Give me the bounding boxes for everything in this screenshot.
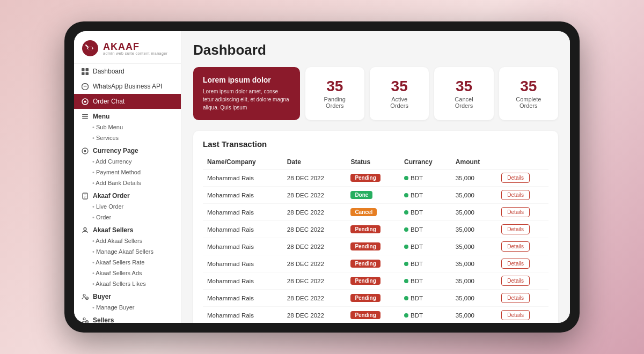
cell-name: Mohammad Rais — [203, 307, 283, 323]
sidebar-item-menu[interactable]: Menu — [74, 109, 181, 122]
stat-number-active: 35 — [391, 79, 408, 94]
currency-dot — [404, 279, 408, 283]
sidebar-sub-order[interactable]: Order — [74, 212, 181, 223]
whatsapp-icon — [82, 83, 89, 90]
sidebar-item-currency-label: Currency Page — [93, 147, 138, 154]
details-button[interactable]: Details — [501, 259, 530, 269]
table-row: Mohammad Rais 28 DEC 2022 Pending BDT 35… — [203, 255, 548, 272]
currency-dot — [404, 262, 408, 266]
sidebar-item-sellers-label: Sellers — [93, 316, 114, 323]
cell-currency: BDT — [400, 272, 451, 290]
sidebar-item-dashboard[interactable]: Dashboard — [74, 64, 181, 79]
cell-name: Mohammad Rais — [203, 204, 283, 221]
table-row: Mohammad Rais 28 DEC 2022 Pending BDT 35… — [203, 272, 548, 290]
currency-dot — [404, 313, 408, 318]
cell-amount: 35,000 — [451, 272, 497, 290]
sidebar-sub-liveorder[interactable]: Live Order — [74, 201, 181, 212]
status-badge: Pending — [350, 260, 380, 268]
svg-rect-9 — [82, 114, 88, 115]
akaafSellers-icon — [82, 227, 89, 234]
hero-card-description: Lorem ipsum dolor amet, conse tetur adip… — [203, 87, 290, 112]
svg-point-17 — [84, 227, 86, 230]
currency-dot — [404, 210, 408, 215]
sidebar-item-akaafSellers[interactable]: Akaaf Sellers — [74, 223, 181, 235]
sidebar-item-sellers[interactable]: Sellers — [74, 313, 181, 323]
stat-number-pending: 35 — [326, 79, 343, 94]
transaction-title: Last Transaction — [203, 139, 548, 149]
cell-currency: BDT — [400, 221, 451, 238]
cell-amount: 35,000 — [451, 255, 497, 272]
cell-date: 28 DEC 2022 — [283, 255, 347, 272]
menu-icon — [82, 113, 89, 120]
status-badge: Done — [350, 191, 372, 199]
svg-point-6 — [82, 83, 89, 90]
sidebar-item-dashboard-label: Dashboard — [93, 68, 125, 75]
details-button[interactable]: Details — [501, 207, 530, 217]
sidebar-sub-bankdetails[interactable]: Add Bank Details — [74, 178, 181, 188]
svg-rect-5 — [86, 72, 89, 75]
cell-name: Mohammad Rais — [203, 272, 283, 290]
cell-amount: 35,000 — [451, 307, 497, 323]
details-button[interactable]: Details — [501, 310, 530, 320]
sidebar-item-currency[interactable]: Currency Page — [74, 143, 181, 156]
details-button[interactable]: Details — [501, 173, 530, 183]
col-date: Date — [283, 155, 347, 169]
cell-name: Mohammad Rais — [203, 238, 283, 255]
status-badge: Pending — [350, 174, 380, 182]
sidebar-item-buyer[interactable]: Buyer — [74, 289, 181, 302]
stat-card-active: 35 ActiveOrders — [370, 67, 429, 120]
status-badge: Cancel — [350, 208, 377, 216]
cell-date: 28 DEC 2022 — [283, 272, 347, 290]
sidebar-item-whatsapp[interactable]: WhatsApp Business API — [74, 79, 181, 94]
cell-status: Pending — [346, 272, 400, 290]
col-action — [497, 155, 548, 169]
cell-status: Pending — [346, 307, 400, 323]
cell-currency: BDT — [400, 255, 451, 272]
sidebar-sub-akaafSellersRate[interactable]: Akaaf Sellers Rate — [74, 257, 181, 268]
sidebar-item-buyer-label: Buyer — [93, 293, 111, 300]
details-button[interactable]: Details — [501, 241, 530, 252]
sidebar-sub-akaafSellersLikes[interactable]: Akaaf Sellers Likes — [74, 278, 181, 289]
cell-action: Details — [497, 221, 548, 238]
col-name: Name/Company — [203, 155, 283, 169]
cell-status: Pending — [346, 169, 400, 187]
details-button[interactable]: Details — [501, 190, 530, 200]
details-button[interactable]: Details — [501, 276, 530, 286]
cell-amount: 35,000 — [451, 290, 497, 307]
transaction-card: Last Transaction Name/Company Date Statu… — [193, 131, 558, 323]
cell-action: Details — [497, 169, 548, 187]
stat-label-pending: PandingOrders — [324, 96, 346, 109]
sidebar-item-akaaforder[interactable]: Akaaf Order — [74, 188, 181, 201]
cell-name: Mohammad Rais — [203, 187, 283, 204]
main-content: Dashboard Lorem ipsum dolor Lorem ipsum … — [181, 31, 570, 323]
sidebar-sub-akaafSellersAds[interactable]: Akaaf Sellers Ads — [74, 268, 181, 278]
currency-dot — [404, 227, 408, 232]
cell-amount: 35,000 — [451, 221, 497, 238]
cell-currency: BDT — [400, 307, 451, 323]
cell-date: 28 DEC 2022 — [283, 307, 347, 323]
sidebar-sub-manageakaafSellers[interactable]: Manage Akaaf Sellers — [74, 246, 181, 257]
details-button[interactable]: Details — [501, 224, 530, 234]
logo-area: AKAAF admin web suite content manager — [74, 31, 181, 64]
cell-currency: BDT — [400, 169, 451, 187]
stat-number-complete: 35 — [520, 79, 537, 94]
sidebar-sub-paymentmethod[interactable]: Payment Method — [74, 167, 181, 178]
sidebar-sub-addcurrency[interactable]: Add Currency — [74, 156, 181, 167]
sidebar-item-whatsapp-label: WhatsApp Business API — [93, 83, 162, 90]
svg-point-1 — [88, 46, 92, 50]
sidebar-sub-managebuyer[interactable]: Manage Buyer — [74, 302, 181, 313]
hero-card-title: Lorem ipsum dolor — [203, 76, 290, 84]
sidebar-sub-services[interactable]: Services — [74, 132, 181, 143]
sidebar-item-menu-label: Menu — [93, 113, 109, 120]
sidebar-sub-submenu[interactable]: Sub Menu — [74, 122, 181, 132]
sidebar-sub-addakaafSellers[interactable]: Add Akaaf Sellers — [74, 235, 181, 246]
stats-row: Lorem ipsum dolor Lorem ipsum dolor amet… — [193, 67, 558, 120]
details-button[interactable]: Details — [501, 293, 530, 303]
stat-label-active: ActiveOrders — [390, 96, 408, 109]
sidebar-item-orderchat[interactable]: Order Chat — [74, 94, 181, 109]
table-row: Mohammad Rais 28 DEC 2022 Pending BDT 35… — [203, 169, 548, 187]
table-row: Mohammad Rais 28 DEC 2022 Pending BDT 35… — [203, 307, 548, 323]
sidebar: AKAAF admin web suite content manager Da… — [74, 31, 181, 323]
cell-name: Mohammad Rais — [203, 221, 283, 238]
buyer-icon — [82, 293, 89, 300]
